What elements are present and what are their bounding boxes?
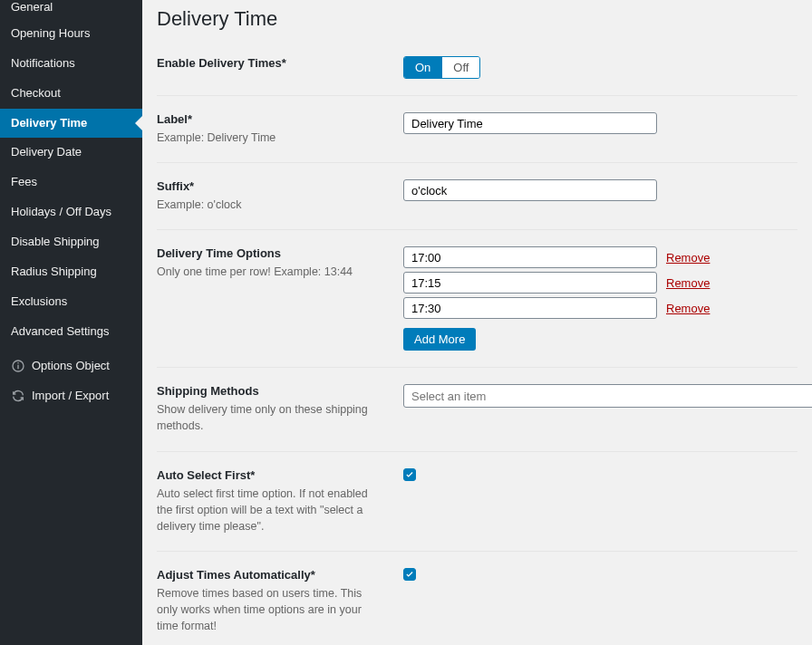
remove-link[interactable]: Remove — [666, 302, 710, 315]
label-hint: Example: Delivery Time — [157, 131, 276, 144]
sidebar-item-label: Radius Shipping — [11, 265, 97, 280]
sidebar-item-general[interactable]: General — [0, 0, 142, 19]
options-hint: Only one time per row! Example: 13:44 — [157, 265, 353, 278]
remove-link[interactable]: Remove — [666, 251, 710, 265]
time-option-input[interactable] — [403, 297, 657, 319]
sidebar-item-label: Notifications — [11, 56, 75, 72]
remove-link[interactable]: Remove — [666, 276, 710, 290]
sidebar-item-label: Fees — [11, 175, 37, 190]
sidebar-item-delivery-date[interactable]: Delivery Date — [0, 138, 142, 168]
svg-rect-2 — [17, 362, 18, 363]
enable-label: Enable Delivery Times* — [157, 56, 385, 70]
autofirst-label: Auto Select First* — [157, 468, 385, 482]
autofirst-checkbox[interactable] — [403, 468, 416, 481]
sidebar-item-label: Opening Hours — [11, 26, 90, 42]
refresh-icon — [11, 389, 25, 403]
adjust-label: Adjust Times Automatically* — [157, 568, 385, 582]
suffix-input[interactable] — [403, 179, 657, 201]
sidebar-item-label: Delivery Date — [11, 145, 82, 160]
sidebar-item-label: Delivery Time — [11, 116, 87, 131]
sidebar-item-delivery-time[interactable]: Delivery Time — [0, 109, 142, 139]
sidebar-item-disable-shipping[interactable]: Disable Shipping — [0, 227, 142, 257]
sidebar-item-label: Options Object — [32, 359, 110, 374]
shipping-label: Shipping Methods — [157, 384, 385, 398]
page-title: Delivery Time — [157, 7, 798, 31]
label-input[interactable] — [403, 112, 657, 134]
sidebar-item-label: General — [11, 0, 53, 15]
toggle-off[interactable]: Off — [441, 57, 479, 78]
info-icon — [11, 359, 25, 373]
time-option-input[interactable] — [403, 272, 657, 294]
shipping-select[interactable]: Select an item — [403, 384, 812, 408]
sidebar-item-label: Advanced Settings — [11, 324, 109, 340]
sidebar-item-holidays[interactable]: Holidays / Off Days — [0, 197, 142, 227]
time-option-input[interactable] — [403, 246, 657, 268]
sidebar-item-checkout[interactable]: Checkout — [0, 79, 142, 109]
sidebar-item-import-export[interactable]: Import / Export — [0, 381, 142, 411]
sidebar-item-radius-shipping[interactable]: Radius Shipping — [0, 257, 142, 287]
suffix-label: Suffix* — [157, 179, 385, 193]
toggle-on[interactable]: On — [404, 57, 441, 78]
enable-toggle[interactable]: On Off — [403, 56, 480, 79]
label-label: Label* — [157, 112, 385, 126]
sidebar-item-label: Import / Export — [32, 389, 109, 404]
sidebar-item-opening-hours[interactable]: Opening Hours — [0, 19, 142, 49]
svg-rect-1 — [17, 365, 18, 370]
autofirst-hint: Auto select first time option. If not en… — [157, 487, 368, 533]
adjust-checkbox[interactable] — [403, 568, 416, 581]
options-label: Delivery Time Options — [157, 246, 385, 260]
adjust-hint: Remove times based on users time. This o… — [157, 587, 362, 632]
sidebar-item-exclusions[interactable]: Exclusions — [0, 287, 142, 317]
sidebar-item-label: Holidays / Off Days — [11, 205, 111, 220]
shipping-hint: Show delivery time only on these shippin… — [157, 403, 368, 432]
sidebar-item-advanced[interactable]: Advanced Settings — [0, 317, 142, 347]
sidebar-item-notifications[interactable]: Notifications — [0, 49, 142, 79]
sidebar-item-options-object[interactable]: Options Object — [0, 351, 142, 381]
shipping-placeholder: Select an item — [411, 390, 486, 403]
sidebar-item-label: Disable Shipping — [11, 235, 100, 250]
add-more-button[interactable]: Add More — [403, 328, 476, 351]
sidebar-item-label: Checkout — [11, 86, 61, 101]
sidebar-item-label: Exclusions — [11, 294, 67, 310]
suffix-hint: Example: o'clock — [157, 198, 241, 211]
sidebar-item-fees[interactable]: Fees — [0, 168, 142, 197]
